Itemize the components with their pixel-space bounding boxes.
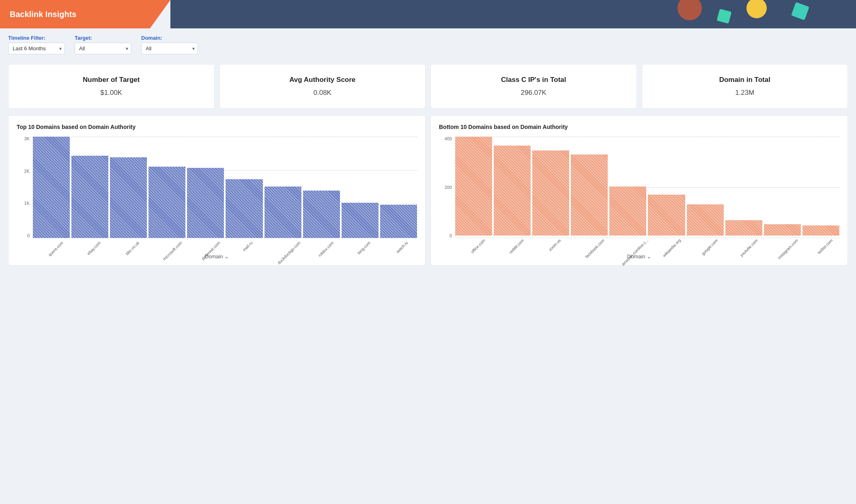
bar-item: microsoft.com (148, 137, 185, 251)
y-axis-label: 0 (439, 234, 452, 238)
bar (648, 195, 685, 236)
target-filter-label: Target: (75, 35, 131, 41)
stat-card-value: 0.08K (228, 89, 417, 97)
bar-item: mail.ru (226, 137, 262, 251)
stat-card: Class C IP's in Total 296.07K (430, 64, 637, 109)
bar (226, 179, 262, 238)
bar (764, 224, 801, 236)
bar-domain-label: bbc.co.uk (125, 240, 145, 260)
top-chart-area: 3K2K1K0 quora.com ebay.com bbc.co.uk mi (17, 137, 417, 261)
bar (33, 137, 70, 238)
target-select[interactable]: All (75, 43, 131, 54)
bar-item: youtube.com (725, 137, 762, 249)
bar-domain-label: quora.com (47, 240, 69, 262)
bar-item: office.com (455, 137, 492, 249)
stat-card-value: 1.23M (650, 89, 840, 97)
bar-item: bbc.co.uk (110, 137, 147, 251)
bar (494, 146, 531, 236)
y-axis-label: 400 (439, 137, 452, 141)
bar-domain-label: wikipedia.org (662, 238, 686, 262)
bottom-chart-title: Bottom 10 Domains based on Domain Author… (439, 124, 839, 130)
header-decoration-area (170, 0, 856, 28)
page-title: Backlink Insights (10, 10, 77, 19)
top-chart-title: Top 10 Domains based on Domain Authority (17, 124, 417, 130)
bottom-bars-area: office.com reddit.com zoom.us facebook.c… (455, 137, 839, 250)
domain-filter-label: Domain: (141, 35, 198, 41)
bar (571, 154, 608, 236)
bar-item: roblox.com (303, 137, 340, 251)
bar-domain-label: mail.ru (242, 240, 258, 257)
bar-item: twitter.com (802, 137, 839, 249)
bar-item: ebay.com (71, 137, 108, 251)
bar-domain-label: google.com (701, 238, 723, 260)
stat-card: Domain in Total 1.23M (642, 64, 848, 109)
bar-domain-label: amazon.comlive.c... (621, 238, 654, 271)
timeline-filter-label: Timeline Filter: (8, 35, 65, 41)
page-header: Backlink Insights (0, 0, 856, 28)
y-axis-label: 2K (17, 169, 30, 174)
bar-item: quora.com (33, 137, 70, 251)
stat-card-value: 296.07K (439, 89, 628, 97)
bar-item: wikipedia.org (648, 137, 685, 249)
timeline-filter-group: Timeline Filter: Last 6 Months Last 3 Mo… (8, 35, 65, 54)
bar-domain-label: reddit.com (508, 238, 529, 259)
bar-domain-label: office.com (470, 238, 490, 258)
stat-card-title: Domain in Total (650, 76, 840, 84)
top-bars-row: quora.com ebay.com bbc.co.uk microsoft.c… (33, 137, 417, 263)
bar-domain-label: twitch.tv (396, 240, 413, 258)
domain-select[interactable]: All (141, 43, 198, 54)
bar (71, 156, 108, 238)
bottom-chart-area: 4002000 office.com reddit.com zoom.us fa… (439, 137, 839, 261)
domain-filter-group: Domain: All (141, 35, 198, 54)
bar (187, 168, 224, 238)
top-y-axis: 3K2K1K0 (17, 137, 30, 250)
domain-select-wrapper[interactable]: All (141, 43, 198, 54)
y-axis-label: 3K (17, 137, 30, 141)
bar (455, 137, 492, 236)
decoration-shape-2 (791, 2, 809, 20)
bar (609, 187, 646, 236)
stat-card-title: Class C IP's in Total (439, 76, 628, 84)
timeline-select[interactable]: Last 6 Months Last 3 Months Last Month L… (8, 43, 65, 54)
bar (303, 191, 340, 238)
bar-domain-label: zoom.us (548, 238, 566, 256)
bar-item: google.com (687, 137, 724, 249)
bar-domain-label: facebook.com (584, 238, 609, 263)
bar (148, 167, 185, 238)
bottom-domains-chart-card: Bottom 10 Domains based on Domain Author… (430, 115, 848, 266)
bar (380, 205, 417, 238)
bar-domain-label: ebay.com (86, 240, 106, 260)
stat-card-value: $1.00K (17, 89, 206, 97)
top-domains-chart-card: Top 10 Domains based on Domain Authority… (8, 115, 426, 266)
bar-domain-label: roblox.com (317, 240, 339, 262)
charts-row: Top 10 Domains based on Domain Authority… (0, 115, 856, 274)
target-filter-group: Target: All (75, 35, 131, 54)
bar-domain-label: youtube.com (739, 238, 763, 262)
bottom-y-axis: 4002000 (439, 137, 452, 250)
bar-domain-label: duckduckgo.com (277, 240, 305, 269)
bar (110, 157, 147, 238)
target-select-wrapper[interactable]: All (75, 43, 131, 54)
stat-card-title: Number of Target (17, 76, 206, 84)
bar (265, 187, 301, 238)
decoration-shape-1 (717, 9, 732, 24)
bar (802, 225, 839, 236)
header-brand: Backlink Insights (0, 0, 170, 28)
bottom-bars-row: office.com reddit.com zoom.us facebook.c… (455, 137, 839, 261)
bar-domain-label: microsoft.com (162, 240, 187, 266)
bar-item: pinterest.com (187, 137, 224, 251)
top-bar-chart: 3K2K1K0 quora.com ebay.com bbc.co.uk mi (17, 137, 417, 250)
stat-card: Avg Authority Score 0.08K (219, 64, 426, 109)
bar-domain-label: bing.com (357, 240, 376, 260)
stat-card: Number of Target $1.00K (8, 64, 215, 109)
bar (532, 150, 569, 236)
top-bars-area: quora.com ebay.com bbc.co.uk microsoft.c… (33, 137, 417, 250)
filters-bar: Timeline Filter: Last 6 Months Last 3 Mo… (0, 28, 856, 61)
bar-item: duckduckgo.com (265, 137, 301, 251)
bar-domain-label: instagram.com (777, 238, 803, 264)
stat-cards-grid: Number of Target $1.00K Avg Authority Sc… (0, 61, 856, 115)
bar-item: facebook.com (571, 137, 608, 249)
bar-domain-label: pinterest.com (200, 240, 225, 265)
bar (687, 204, 724, 236)
timeline-select-wrapper[interactable]: Last 6 Months Last 3 Months Last Month L… (8, 43, 65, 54)
